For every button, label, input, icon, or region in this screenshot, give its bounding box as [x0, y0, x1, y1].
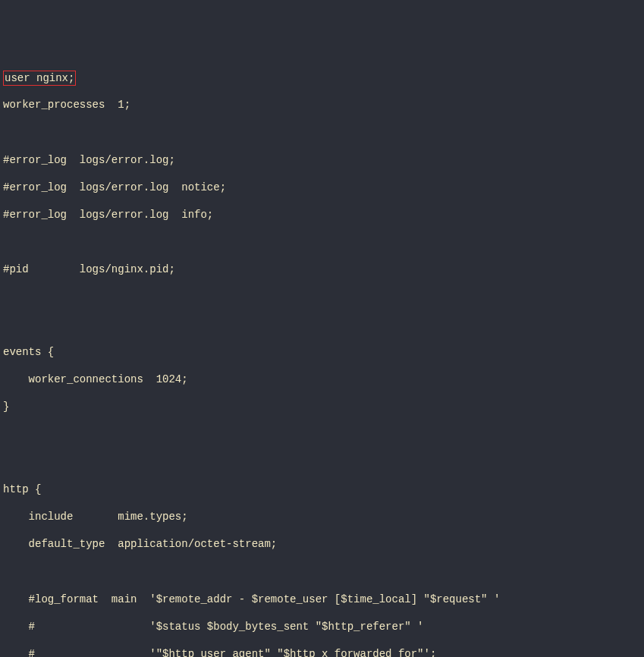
code-line: include mime.types;	[3, 510, 644, 523]
code-line	[3, 427, 644, 441]
code-line	[3, 235, 644, 249]
code-line: worker_processes 1;	[3, 98, 644, 112]
code-line: worker_connections 1024;	[3, 373, 644, 386]
highlight-user-directive: user nginx;	[3, 71, 76, 86]
code-line: #error_log logs/error.log notice;	[3, 181, 644, 194]
code-line: events {	[3, 345, 644, 359]
code-line: # '"$http_user_agent" "$http_x_forwarded…	[3, 647, 644, 657]
code-line: # '$status $body_bytes_sent "$http_refer…	[3, 620, 644, 633]
code-editor: user nginx; worker_processes 1; #error_l…	[0, 55, 644, 657]
code-line	[3, 290, 644, 303]
code-line: }	[3, 400, 644, 413]
code-line: #error_log logs/error.log;	[3, 153, 644, 167]
code-line: user nginx;	[5, 72, 74, 84]
code-line: #pid logs/nginx.pid;	[3, 262, 644, 276]
code-line	[3, 455, 644, 469]
code-line	[3, 564, 644, 578]
code-line: default_type application/octet-stream;	[3, 537, 644, 551]
code-line: #error_log logs/error.log info;	[3, 208, 644, 222]
code-line: #log_format main '$remote_addr - $remote…	[3, 593, 644, 606]
code-line	[3, 125, 644, 139]
code-line: http {	[3, 483, 644, 496]
code-line	[3, 318, 644, 332]
